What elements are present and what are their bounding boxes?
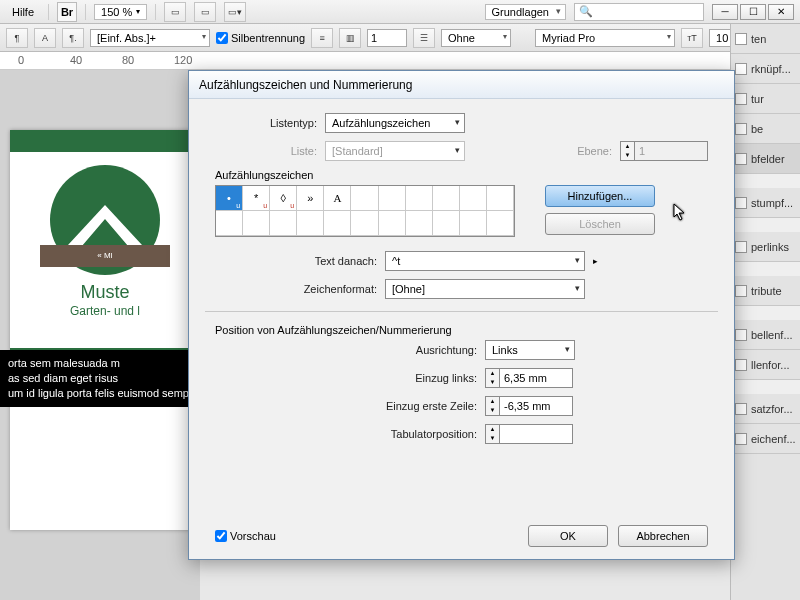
span-icon[interactable]: ☰ [413,28,435,48]
panel-item[interactable]: perlinks [731,232,800,262]
align-icon[interactable]: ≡ [311,28,333,48]
brand-title: Muste [10,282,200,303]
position-section-label: Position von Aufzählungszeichen/Nummerie… [215,324,708,336]
panel-item[interactable]: tur [731,84,800,114]
glyph-cell[interactable]: » [297,186,324,211]
char-panel-icon[interactable]: A [34,28,56,48]
preview-check[interactable]: Vorschau [215,530,276,542]
hyphenation-check[interactable]: Silbentrennung [216,32,305,44]
text-after-label: Text danach: [215,255,385,267]
screen-mode-icon[interactable]: ▭ [194,2,216,22]
page: « MI Muste Garten- und l hbearbeiter/in [10,130,200,530]
panel-item[interactable]: ten [731,24,800,54]
fontsize-icon: тT [681,28,703,48]
level-label: Ebene: [577,145,620,157]
charstyle-select[interactable]: [Ohne] [385,279,585,299]
panel-gap [731,380,800,394]
glyph-section-label: Aufzählungszeichen [215,169,708,181]
level-stepper: ▲▼ [620,141,708,161]
glyph-cell[interactable]: *u [243,186,270,211]
indent-first-stepper[interactable]: ▲▼ [485,396,573,416]
menu-bar: Hilfe Br 150 %▾ ▭ ▭ ▭▾ Grundlagen 🔍 ─ ☐ … [0,0,800,24]
para-style-icon: ¶. [62,28,84,48]
indent-left-label: Einzug links: [215,372,485,384]
document-canvas[interactable]: « MI Muste Garten- und l hbearbeiter/in [0,70,200,600]
glyph-cell[interactable]: ◊u [270,186,297,211]
delete-glyph-button: Löschen [545,213,655,235]
columns-icon[interactable]: ▥ [339,28,361,48]
align-select[interactable]: Links [485,340,575,360]
panel-item[interactable]: tribute [731,276,800,306]
panel-item[interactable]: stumpf... [731,188,800,218]
panel-gap [731,174,800,188]
window-minimize-button[interactable]: ─ [712,4,738,20]
list-select: [Standard] [325,141,465,161]
align-label: Ausrichtung: [215,344,485,356]
add-glyph-button[interactable]: Hinzufügen... [545,185,655,207]
panel-item[interactable]: bellenf... [731,320,800,350]
paragraph-style-select[interactable]: [Einf. Abs.]+ [90,29,210,47]
view-mode-icon[interactable]: ▭ [164,2,186,22]
panel-item[interactable]: satzfor... [731,394,800,424]
charstyle-label: Zeichenformat: [215,283,385,295]
search-input[interactable]: 🔍 [574,3,704,21]
workspace-select[interactable]: Grundlagen [485,4,567,20]
panel-item[interactable]: bfelder [731,144,800,174]
indent-left-stepper[interactable]: ▲▼ [485,368,573,388]
listtype-label: Listentyp: [215,117,325,129]
window-close-button[interactable]: ✕ [768,4,794,20]
bridge-button[interactable]: Br [57,2,77,22]
glyph-grid[interactable]: •u *u ◊u » A [215,185,515,237]
arrange-icon[interactable]: ▭▾ [224,2,246,22]
span-select[interactable]: Ohne [441,29,511,47]
panel-gap [731,262,800,276]
brand-subtitle: Garten- und l [10,304,200,318]
ok-button[interactable]: OK [528,525,608,547]
window-maximize-button[interactable]: ☐ [740,4,766,20]
panel-gap [731,218,800,232]
list-label: Liste: [215,145,325,157]
menu-help[interactable]: Hilfe [6,4,40,20]
control-bar: ¶ A ¶. [Einf. Abs.]+ Silbentrennung ≡ ▥ … [0,24,800,52]
panel-item[interactable]: llenfor... [731,350,800,380]
bullets-numbering-dialog: Aufzählungszeichen und Nummerierung List… [188,70,735,560]
logo-ribbon: « MI [40,245,170,267]
columns-field[interactable] [367,29,407,47]
tab-label: Tabulatorposition: [215,428,485,440]
glyph-cell[interactable]: A [324,186,351,211]
text-after-select[interactable]: ^t [385,251,585,271]
font-select[interactable]: Myriad Pro [535,29,675,47]
listtype-select[interactable]: Aufzählungszeichen [325,113,465,133]
panel-item[interactable]: rknüpf... [731,54,800,84]
panel-gap [731,306,800,320]
para-panel-icon[interactable]: ¶ [6,28,28,48]
zoom-select[interactable]: 150 %▾ [94,4,147,20]
tab-stepper[interactable]: ▲▼ [485,424,573,444]
cancel-button[interactable]: Abbrechen [618,525,708,547]
horizontal-ruler: 0 40 80 120 [0,52,800,70]
panel-item[interactable]: eichenf... [731,424,800,454]
glyph-cell[interactable]: •u [216,186,243,211]
indent-first-label: Einzug erste Zeile: [215,400,485,412]
dialog-title: Aufzählungszeichen und Nummerierung [189,71,734,99]
panel-dock: ten rknüpf... tur be bfelder stumpf... p… [730,24,800,600]
panel-item[interactable]: be [731,114,800,144]
